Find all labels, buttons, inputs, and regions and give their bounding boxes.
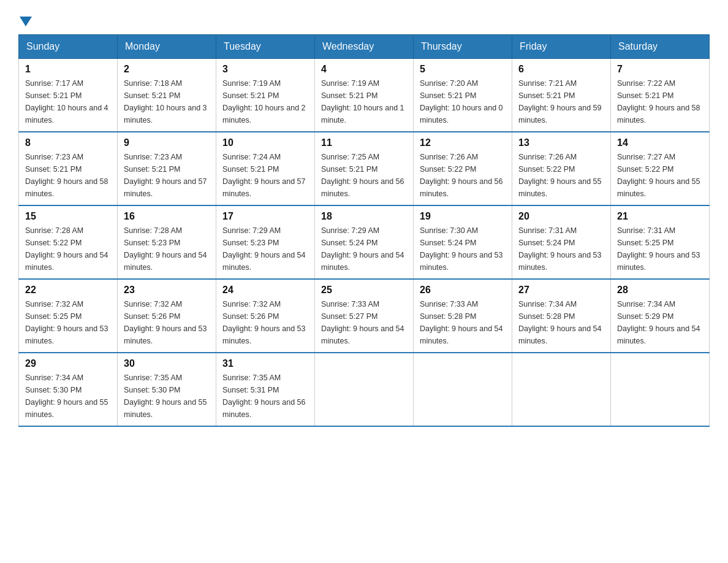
- calendar-table: SundayMondayTuesdayWednesdayThursdayFrid…: [18, 34, 710, 427]
- week-row-2: 8 Sunrise: 7:23 AMSunset: 5:21 PMDayligh…: [19, 132, 710, 205]
- day-info: Sunrise: 7:29 AMSunset: 5:24 PMDaylight:…: [321, 226, 404, 272]
- day-number: 16: [124, 211, 210, 222]
- calendar-cell: 29 Sunrise: 7:34 AMSunset: 5:30 PMDaylig…: [19, 353, 118, 426]
- day-info: Sunrise: 7:29 AMSunset: 5:23 PMDaylight:…: [222, 226, 306, 272]
- calendar-cell: 22 Sunrise: 7:32 AMSunset: 5:25 PMDaylig…: [19, 279, 118, 353]
- day-number: 24: [222, 285, 308, 296]
- day-info: Sunrise: 7:32 AMSunset: 5:25 PMDaylight:…: [25, 300, 108, 345]
- calendar-cell: 25 Sunrise: 7:33 AMSunset: 5:27 PMDaylig…: [315, 279, 414, 353]
- day-number: 1: [25, 64, 111, 75]
- day-header-sunday: Sunday: [19, 35, 118, 59]
- page-header: [18, 12, 710, 28]
- day-info: Sunrise: 7:19 AMSunset: 5:21 PMDaylight:…: [321, 79, 404, 124]
- calendar-cell: 1 Sunrise: 7:17 AMSunset: 5:21 PMDayligh…: [19, 59, 118, 132]
- day-info: Sunrise: 7:34 AMSunset: 5:29 PMDaylight:…: [617, 300, 700, 345]
- calendar-cell: [315, 353, 414, 426]
- calendar-cell: 11 Sunrise: 7:25 AMSunset: 5:21 PMDaylig…: [315, 132, 414, 205]
- day-number: 17: [222, 211, 308, 222]
- calendar-cell: 10 Sunrise: 7:24 AMSunset: 5:21 PMDaylig…: [216, 132, 315, 205]
- day-number: 29: [25, 358, 111, 369]
- day-info: Sunrise: 7:32 AMSunset: 5:26 PMDaylight:…: [222, 300, 306, 345]
- calendar-cell: 2 Sunrise: 7:18 AMSunset: 5:21 PMDayligh…: [118, 59, 216, 132]
- day-info: Sunrise: 7:35 AMSunset: 5:30 PMDaylight:…: [124, 373, 207, 419]
- day-header-monday: Monday: [118, 35, 216, 59]
- calendar-cell: 24 Sunrise: 7:32 AMSunset: 5:26 PMDaylig…: [216, 279, 315, 353]
- calendar-cell: 20 Sunrise: 7:31 AMSunset: 5:24 PMDaylig…: [512, 205, 611, 279]
- day-number: 25: [321, 285, 407, 296]
- header-row: SundayMondayTuesdayWednesdayThursdayFrid…: [19, 35, 710, 59]
- day-info: Sunrise: 7:28 AMSunset: 5:22 PMDaylight:…: [25, 226, 108, 272]
- calendar-cell: 16 Sunrise: 7:28 AMSunset: 5:23 PMDaylig…: [118, 205, 216, 279]
- week-row-4: 22 Sunrise: 7:32 AMSunset: 5:25 PMDaylig…: [19, 279, 710, 353]
- week-row-3: 15 Sunrise: 7:28 AMSunset: 5:22 PMDaylig…: [19, 205, 710, 279]
- day-number: 10: [222, 137, 308, 148]
- calendar-cell: 8 Sunrise: 7:23 AMSunset: 5:21 PMDayligh…: [19, 132, 118, 205]
- day-number: 20: [518, 211, 604, 222]
- day-number: 15: [25, 211, 111, 222]
- day-number: 22: [25, 285, 111, 296]
- calendar-cell: [414, 353, 512, 426]
- day-number: 3: [222, 64, 308, 75]
- day-info: Sunrise: 7:34 AMSunset: 5:30 PMDaylight:…: [25, 373, 108, 419]
- calendar-cell: 26 Sunrise: 7:33 AMSunset: 5:28 PMDaylig…: [414, 279, 512, 353]
- day-info: Sunrise: 7:24 AMSunset: 5:21 PMDaylight:…: [222, 153, 306, 198]
- calendar-cell: 5 Sunrise: 7:20 AMSunset: 5:21 PMDayligh…: [414, 59, 512, 132]
- calendar-cell: 30 Sunrise: 7:35 AMSunset: 5:30 PMDaylig…: [118, 353, 216, 426]
- day-info: Sunrise: 7:30 AMSunset: 5:24 PMDaylight:…: [420, 226, 503, 272]
- day-info: Sunrise: 7:19 AMSunset: 5:21 PMDaylight:…: [222, 79, 306, 124]
- day-info: Sunrise: 7:26 AMSunset: 5:22 PMDaylight:…: [518, 153, 602, 198]
- calendar-cell: 7 Sunrise: 7:22 AMSunset: 5:21 PMDayligh…: [611, 59, 710, 132]
- calendar-cell: 6 Sunrise: 7:21 AMSunset: 5:21 PMDayligh…: [512, 59, 611, 132]
- day-info: Sunrise: 7:23 AMSunset: 5:21 PMDaylight:…: [124, 153, 207, 198]
- calendar-body: 1 Sunrise: 7:17 AMSunset: 5:21 PMDayligh…: [19, 59, 710, 427]
- day-info: Sunrise: 7:23 AMSunset: 5:21 PMDaylight:…: [25, 153, 108, 198]
- day-info: Sunrise: 7:25 AMSunset: 5:21 PMDaylight:…: [321, 153, 404, 198]
- day-number: 21: [617, 211, 703, 222]
- logo-triangle-icon: [20, 17, 32, 26]
- day-info: Sunrise: 7:35 AMSunset: 5:31 PMDaylight:…: [222, 373, 306, 419]
- day-number: 19: [420, 211, 506, 222]
- week-row-1: 1 Sunrise: 7:17 AMSunset: 5:21 PMDayligh…: [19, 59, 710, 132]
- day-number: 12: [420, 137, 506, 148]
- day-info: Sunrise: 7:34 AMSunset: 5:28 PMDaylight:…: [518, 300, 602, 345]
- day-number: 27: [518, 285, 604, 296]
- day-info: Sunrise: 7:28 AMSunset: 5:23 PMDaylight:…: [124, 226, 207, 272]
- day-info: Sunrise: 7:33 AMSunset: 5:28 PMDaylight:…: [420, 300, 503, 345]
- day-number: 23: [124, 285, 210, 296]
- day-info: Sunrise: 7:31 AMSunset: 5:25 PMDaylight:…: [617, 226, 700, 272]
- day-info: Sunrise: 7:26 AMSunset: 5:22 PMDaylight:…: [420, 153, 503, 198]
- day-number: 9: [124, 137, 210, 148]
- day-number: 11: [321, 137, 407, 148]
- day-header-tuesday: Tuesday: [216, 35, 315, 59]
- calendar-cell: 18 Sunrise: 7:29 AMSunset: 5:24 PMDaylig…: [315, 205, 414, 279]
- day-info: Sunrise: 7:20 AMSunset: 5:21 PMDaylight:…: [420, 79, 503, 124]
- day-info: Sunrise: 7:32 AMSunset: 5:26 PMDaylight:…: [124, 300, 207, 345]
- calendar-header: SundayMondayTuesdayWednesdayThursdayFrid…: [19, 35, 710, 59]
- day-header-friday: Friday: [512, 35, 611, 59]
- calendar-cell: 19 Sunrise: 7:30 AMSunset: 5:24 PMDaylig…: [414, 205, 512, 279]
- day-number: 14: [617, 137, 703, 148]
- calendar-cell: 3 Sunrise: 7:19 AMSunset: 5:21 PMDayligh…: [216, 59, 315, 132]
- day-info: Sunrise: 7:18 AMSunset: 5:21 PMDaylight:…: [124, 79, 207, 124]
- day-number: 31: [222, 358, 308, 369]
- calendar-cell: 13 Sunrise: 7:26 AMSunset: 5:22 PMDaylig…: [512, 132, 611, 205]
- calendar-cell: 12 Sunrise: 7:26 AMSunset: 5:22 PMDaylig…: [414, 132, 512, 205]
- day-number: 2: [124, 64, 210, 75]
- calendar-cell: 9 Sunrise: 7:23 AMSunset: 5:21 PMDayligh…: [118, 132, 216, 205]
- day-number: 13: [518, 137, 604, 148]
- day-number: 6: [518, 64, 604, 75]
- day-number: 7: [617, 64, 703, 75]
- day-number: 5: [420, 64, 506, 75]
- calendar-cell: [512, 353, 611, 426]
- calendar-cell: 4 Sunrise: 7:19 AMSunset: 5:21 PMDayligh…: [315, 59, 414, 132]
- day-number: 18: [321, 211, 407, 222]
- day-info: Sunrise: 7:22 AMSunset: 5:21 PMDaylight:…: [617, 79, 700, 124]
- calendar-cell: 27 Sunrise: 7:34 AMSunset: 5:28 PMDaylig…: [512, 279, 611, 353]
- day-number: 8: [25, 137, 111, 148]
- calendar-cell: 28 Sunrise: 7:34 AMSunset: 5:29 PMDaylig…: [611, 279, 710, 353]
- day-header-saturday: Saturday: [611, 35, 710, 59]
- calendar-cell: 23 Sunrise: 7:32 AMSunset: 5:26 PMDaylig…: [118, 279, 216, 353]
- calendar-cell: 21 Sunrise: 7:31 AMSunset: 5:25 PMDaylig…: [611, 205, 710, 279]
- calendar-cell: 15 Sunrise: 7:28 AMSunset: 5:22 PMDaylig…: [19, 205, 118, 279]
- day-number: 4: [321, 64, 407, 75]
